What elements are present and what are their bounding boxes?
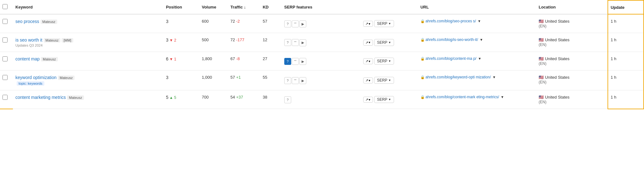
chart-button[interactable]: ↗ ▼ [363,97,373,103]
serp-icon-question[interactable]: ? [284,20,291,27]
row-checkbox[interactable] [3,37,8,43]
row-checkbox[interactable] [3,56,8,61]
url-link[interactable]: ahrefs.com/blog/content-mark eting-metri… [425,95,499,99]
serp-icon-video[interactable]: ▶ [299,39,306,46]
volume-value: 1,800 [202,56,212,61]
select-all-checkbox[interactable] [3,4,8,9]
serp-button[interactable]: SERP ▼ [374,58,394,65]
location-name: United States [545,75,569,80]
chart-button[interactable]: ↗ ▼ [363,58,373,64]
chart-dropdown-icon: ▼ [368,79,371,82]
update-cell: 1 h [608,90,644,109]
serp-icon-quote[interactable]: “” [292,20,299,27]
update-value: 1 h [611,37,616,42]
update-value: 1 h [611,95,616,100]
serp-icon-question[interactable]: ? [284,58,291,65]
volume-cell: 700 [199,90,228,109]
actions-cell: ↗ ▼ SERP ▼ [361,71,418,90]
keyword-tag: Mateusz [67,95,84,100]
serp-features-cell: ? [282,90,361,109]
serp-dropdown-icon: ▼ [388,41,391,44]
serp-icon-question[interactable]: ? [284,77,291,84]
lock-icon: 🔒 [420,57,425,60]
serp-button[interactable]: SERP ▼ [374,20,394,27]
chart-button[interactable]: ↗ ▼ [363,21,373,27]
lock-icon: 🔒 [420,19,425,23]
url-link[interactable]: ahrefs.com/blog/keyword-opti mization/ [425,75,491,79]
traffic-cell: 67 -8 [228,52,260,71]
location-name: United States [545,19,569,24]
traffic-value: 54 [230,95,235,100]
keyword-link[interactable]: content marketing metrics [15,95,66,100]
location-col-header: Location [536,0,608,14]
serp-dropdown-icon: ▼ [388,22,391,25]
row-checkbox[interactable] [3,19,8,24]
url-link[interactable]: ahrefs.com/blog/content-ma p/ [425,56,476,61]
url-link[interactable]: ahrefs.com/blog/is-seo-worth-it/ [425,37,478,42]
url-dropdown-icon[interactable]: ▼ [500,95,504,99]
chart-button[interactable]: ↗ ▼ [363,77,373,83]
serp-icon-quote[interactable]: “” [292,39,299,46]
serp-button[interactable]: SERP ▼ [374,77,394,84]
serp-icon-question[interactable]: ? [284,96,291,103]
lock-icon: 🔒 [420,75,425,79]
serp-dropdown-icon: ▼ [388,60,391,63]
rank-tracker-table: Keyword Position Volume Traffic ↓ KD SER… [0,0,644,109]
keyword-tag: Mateusz [41,20,58,24]
keyword-cell: content mapMateusz [13,52,164,71]
url-dropdown-icon[interactable]: ▼ [491,75,496,79]
serp-icon-video[interactable]: ▶ [299,20,306,27]
serp-icon-video[interactable]: ▶ [299,58,306,65]
keyword-col-header: Keyword [13,0,164,14]
volume-value: 1,000 [202,75,212,80]
serp-icon-quote[interactable]: “” [292,58,299,65]
location-cell: 🇺🇸United States(EN) [536,52,608,71]
traffic-value: 67 [230,56,235,61]
location-name: United States [545,95,569,100]
traffic-change: -177 [236,37,244,42]
keyword-link[interactable]: content map [15,56,40,61]
chart-icon: ↗ [365,98,368,102]
chart-button[interactable]: ↗ ▼ [363,40,373,46]
update-col-header: Update [608,0,644,14]
flag-icon: 🇺🇸 [539,95,544,100]
flag-icon: 🇺🇸 [539,37,544,42]
lock-icon: 🔒 [420,95,425,99]
chart-dropdown-icon: ▼ [368,60,371,63]
volume-col-header: Volume [199,0,228,14]
keyword-cell: is seo worth itMateusz[MM]Updates Q3 202… [13,33,164,52]
keyword-tag: Mateusz [58,76,75,80]
update-cell: 1 h [608,52,644,71]
row-checkbox[interactable] [3,95,8,100]
serp-icon-question[interactable]: ? [284,39,291,46]
location-name: United States [545,37,569,42]
kd-cell: 38 [260,90,281,109]
traffic-cell: 72 -177 [228,33,260,52]
keyword-link[interactable]: keyword optimization [15,75,57,80]
serp-features-cell: ?“”▶ [282,52,361,71]
url-dropdown-icon[interactable]: ▼ [477,57,481,60]
serp-button[interactable]: SERP ▼ [374,96,394,103]
volume-cell: 1,800 [199,52,228,71]
serp-button[interactable]: SERP ▼ [374,39,394,46]
serp-icon-quote[interactable]: “” [292,77,299,84]
serp-dropdown-icon: ▼ [388,98,391,101]
keyword-link[interactable]: is seo worth it [15,37,42,43]
url-cell: 🔒ahrefs.com/blog/keyword-opti mization/ … [418,71,536,90]
serp-icon-video[interactable]: ▶ [299,77,306,84]
keyword-cell: seo processMateusz [13,14,164,33]
flag-icon: 🇺🇸 [539,56,544,61]
row-checkbox[interactable] [3,75,8,80]
url-link[interactable]: ahrefs.com/blog/seo-proces s/ [425,19,476,23]
position-value: 3 [166,19,169,24]
chart-icon: ↗ [365,22,368,26]
volume-value: 700 [202,95,209,100]
url-dropdown-icon[interactable]: ▼ [479,38,483,42]
url-dropdown-icon[interactable]: ▼ [477,19,481,23]
table-row: content marketing metricsMateusz5▲ 57005… [0,90,644,109]
traffic-value: 57 [230,75,235,80]
keyword-link[interactable]: seo process [15,19,39,24]
position-cell: 3▼ 2 [164,33,199,52]
update-value: 1 h [611,56,616,61]
traffic-change: +1 [236,75,241,80]
